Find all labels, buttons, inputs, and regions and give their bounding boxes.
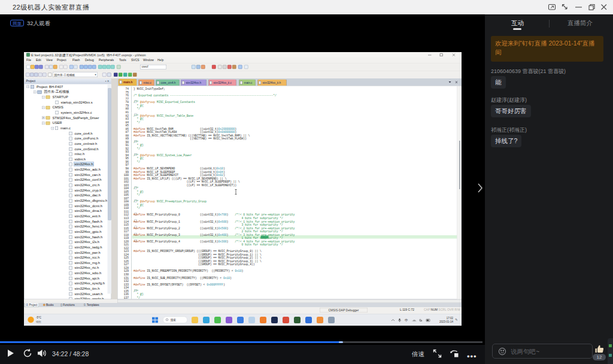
svg-text:中: 中 <box>405 318 408 322</box>
